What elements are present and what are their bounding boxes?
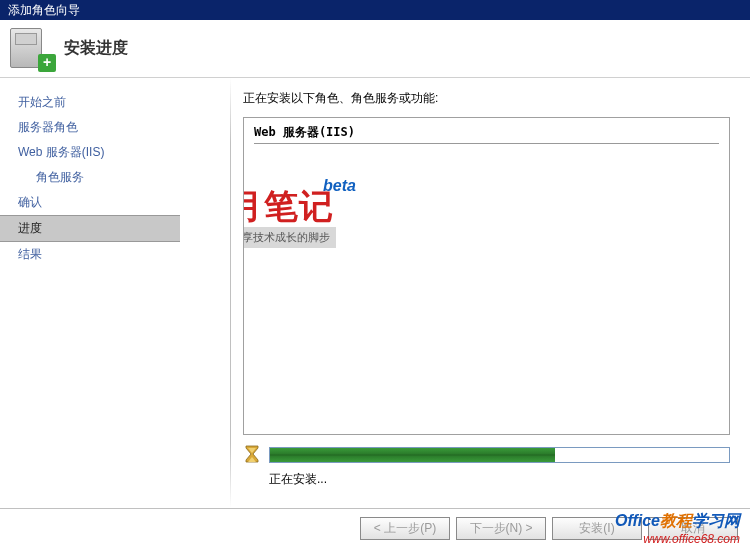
- next-button[interactable]: 下一步(N) >: [456, 517, 546, 540]
- progress-fill: [270, 448, 555, 462]
- window-title: 添加角色向导: [8, 3, 80, 17]
- status-text: 正在安装...: [269, 471, 730, 488]
- sidebar-item-results: 结果: [0, 242, 180, 267]
- hourglass-icon: [243, 445, 261, 465]
- page-title: 安装进度: [64, 38, 128, 59]
- sidebar-item-role-services: 角色服务: [0, 165, 180, 190]
- sidebar-item-confirmation: 确认: [0, 190, 180, 215]
- previous-button[interactable]: < 上一步(P): [360, 517, 450, 540]
- cancel-button[interactable]: 取消: [648, 517, 738, 540]
- watermark-overlay: beta 晓月笔记 记录和分享技术成长的脚步: [243, 173, 364, 248]
- sidebar-item-progress: 进度: [0, 215, 180, 242]
- roles-content-box: Web 服务器(IIS) beta 晓月笔记 记录和分享技术成长的脚步: [243, 117, 730, 435]
- wizard-header: + 安装进度: [0, 20, 750, 78]
- install-button[interactable]: 安装(I): [552, 517, 642, 540]
- instruction-text: 正在安装以下角色、角色服务或功能:: [243, 90, 730, 107]
- sidebar-item-web-server-iis: Web 服务器(IIS): [0, 140, 180, 165]
- sidebar-item-before-begin: 开始之前: [0, 90, 180, 115]
- role-heading: Web 服务器(IIS): [254, 124, 719, 144]
- wizard-footer: < 上一步(P) 下一步(N) > 安装(I) 取消 Office教程学习网 w…: [0, 508, 750, 551]
- window-titlebar: 添加角色向导: [0, 0, 750, 20]
- plus-icon: +: [38, 54, 56, 72]
- sidebar-item-server-roles: 服务器角色: [0, 115, 180, 140]
- progress-row: [243, 445, 730, 465]
- install-progress-bar: [269, 447, 730, 463]
- watermark-subtitle: 记录和分享技术成长的脚步: [243, 227, 336, 248]
- main-content: 正在安装以下角色、角色服务或功能: Web 服务器(IIS) beta 晓月笔记…: [231, 78, 750, 508]
- server-add-icon: +: [10, 28, 52, 70]
- wizard-steps-sidebar: 开始之前 服务器角色 Web 服务器(IIS) 角色服务 确认 进度 结果: [0, 78, 180, 508]
